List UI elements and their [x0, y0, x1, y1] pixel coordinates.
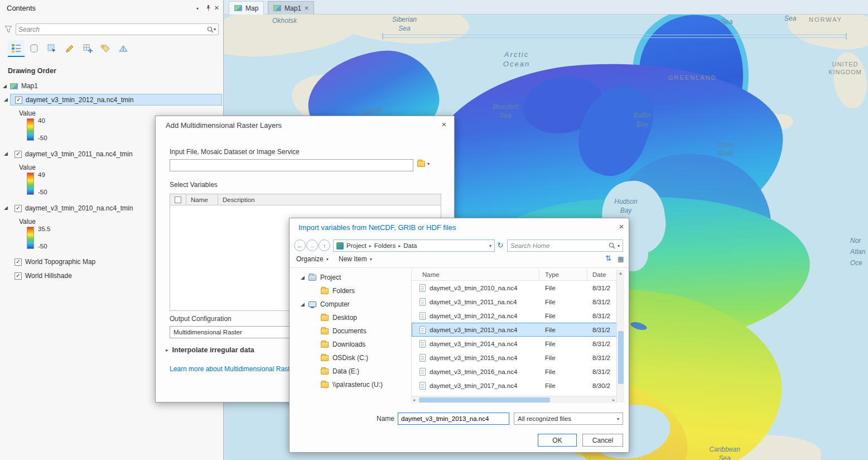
input-file-field[interactable]	[170, 159, 413, 171]
sort-button[interactable]: ⇅	[605, 254, 611, 262]
scroll-left-icon[interactable]: ◂	[413, 398, 415, 402]
refresh-button[interactable]: ↻	[497, 241, 504, 250]
new-item-menu[interactable]: New Item▾	[339, 255, 372, 263]
list-by-labeling-button[interactable]	[79, 40, 96, 57]
layer1-checkbox[interactable]: ✓	[15, 97, 22, 104]
col-type[interactable]: Type	[545, 271, 559, 278]
tree-item-project[interactable]: ◢ Project	[301, 271, 341, 284]
layer-row-2012[interactable]: ✓ daymet_v3_tmin_2012_na.nc4_tmin	[10, 94, 222, 106]
pin-icon[interactable]	[205, 4, 211, 11]
file-row-2012[interactable]: daymet_v3_tmin_2012_na.nc4File8/31/2	[412, 309, 618, 323]
layer2-expand-icon[interactable]: ◢	[4, 151, 8, 156]
layer2-legend-title: Value	[19, 164, 36, 171]
layer-row-2010[interactable]: ✓ daymet_v3_tmin_2010_na.nc4_tmin	[15, 204, 133, 212]
import-search-chevron-icon[interactable]: ▾	[618, 243, 620, 248]
tree-computer-label: Computer	[320, 300, 350, 308]
tree-item-downloads[interactable]: Downloads	[321, 338, 365, 351]
add-raster-close-icon[interactable]: ×	[438, 120, 450, 128]
file-row-2010[interactable]: daymet_v3_tmin_2010_na.nc4File8/31/2	[412, 281, 618, 295]
breadcrumb-data[interactable]: Data	[403, 242, 417, 249]
file-row-2013-selected[interactable]: daymet_v3_tmin_2013_na.nc4File8/31/2	[412, 323, 618, 337]
scroll-right-icon[interactable]: ▸	[613, 398, 615, 402]
up-button[interactable]: ↑	[319, 239, 330, 251]
interpolate-expander[interactable]: ▸ Interpolate irregular data	[166, 346, 254, 354]
search-options-chevron-icon[interactable]: ▾	[214, 27, 216, 32]
list-by-drawing-order-button[interactable]	[8, 40, 25, 57]
tree-item-documents[interactable]: Documents	[321, 325, 367, 337]
hillshade-checkbox[interactable]: ✓	[15, 272, 22, 280]
back-button[interactable]: ←	[294, 239, 306, 251]
tab-map[interactable]: Map	[229, 1, 264, 15]
learn-more-link[interactable]: Learn more about Multidimensional Rast	[170, 365, 290, 373]
tab-close-icon[interactable]: ×	[305, 5, 308, 12]
layer3-label: daymet_v3_tmin_2010_na.nc4_tmin	[25, 204, 133, 212]
tree-item-folders[interactable]: Folders	[321, 285, 355, 297]
map1-tree-item[interactable]: ◢ Map1	[3, 82, 38, 90]
file-row-2016[interactable]: daymet_v3_tmin_2016_na.nc4File8/31/2	[412, 365, 618, 378]
computer-expand-icon[interactable]: ◢	[301, 302, 305, 307]
pane-menu-chevron-icon[interactable]: ▾	[196, 6, 199, 11]
file-row-2014[interactable]: daymet_v3_tmin_2014_na.nc4File8/31/2	[412, 337, 618, 351]
file-row-2011[interactable]: daymet_v3_tmin_2011_na.nc4File8/31/2	[412, 295, 618, 309]
expand-icon[interactable]: ◢	[3, 84, 7, 89]
tree-item-desktop[interactable]: Desktop	[321, 312, 357, 324]
tree-item-data-drive[interactable]: Data (E:)	[321, 365, 359, 377]
import-search-input[interactable]	[510, 242, 609, 249]
layer-row-topographic[interactable]: ✓ World Topographic Map	[15, 258, 95, 266]
organize-menu[interactable]: Organize▾	[296, 255, 329, 263]
organize-label: Organize	[296, 255, 324, 263]
select-all-checkbox[interactable]	[175, 197, 181, 203]
project-expand-icon[interactable]: ◢	[301, 275, 305, 280]
drawing-order-icon	[11, 43, 21, 53]
horizontal-scrollbar[interactable]: ◂ ▸	[411, 396, 616, 403]
map-label-norway: NORWAY	[809, 16, 842, 23]
layer3-checkbox[interactable]: ✓	[15, 205, 22, 212]
file-name-input[interactable]	[398, 413, 509, 425]
list-by-snapping-button[interactable]	[97, 40, 114, 57]
cancel-button[interactable]: Cancel	[582, 434, 623, 447]
list-by-data-source-button[interactable]	[26, 40, 42, 57]
data-drive-folder-icon	[321, 368, 329, 375]
scroll-up-icon[interactable]: ▲	[617, 270, 624, 276]
layer-row-hillshade[interactable]: ✓ World Hillshade	[15, 272, 72, 280]
topographic-checkbox[interactable]: ✓	[15, 258, 22, 266]
layer2-checkbox[interactable]: ✓	[15, 151, 22, 158]
ok-button[interactable]: OK	[538, 434, 577, 447]
tree-item-osdisk[interactable]: OSDisk (C:)	[321, 352, 368, 364]
list-by-selection-button[interactable]	[44, 40, 60, 57]
contents-search-input[interactable]	[18, 26, 207, 33]
file-type-dropdown[interactable]: All recognized files ▾	[514, 413, 623, 425]
col-date[interactable]: Date	[592, 271, 606, 278]
breadcrumb-project[interactable]: Project	[346, 242, 367, 249]
browse-button[interactable]: ▾	[417, 161, 430, 167]
layer3-expand-icon[interactable]: ◢	[4, 205, 8, 210]
filter-icon[interactable]	[4, 26, 12, 33]
breadcrumb-folders[interactable]: Folders	[374, 242, 396, 249]
layer1-expand-icon[interactable]: ◢	[4, 97, 8, 102]
file-row-2015[interactable]: daymet_v3_tmin_2015_na.nc4File8/31/2	[412, 351, 618, 365]
column-view-button[interactable]: ▦	[618, 255, 624, 263]
tree-item-network-drive[interactable]: \\pa\rasteruc (U:)	[321, 378, 383, 391]
forward-button[interactable]: →	[306, 239, 318, 251]
tree-project-label: Project	[320, 274, 341, 281]
view-tab-strip: Map Map1 ×	[224, 0, 868, 15]
vertical-scrollbar[interactable]: ▲	[616, 270, 624, 402]
computer-icon	[308, 301, 316, 307]
tree-item-computer[interactable]: ◢ Computer	[301, 298, 350, 310]
vertical-scroll-thumb[interactable]	[618, 331, 624, 384]
list-by-perspective-button[interactable]	[115, 40, 132, 57]
map-label-siberian-sea: Siberian Sea	[389, 16, 419, 33]
list-by-editing-button[interactable]	[61, 40, 78, 57]
file-list[interactable]: Name Type Date daymet_v3_tmin_2010_na.nc…	[411, 270, 618, 396]
map-label-north-atlantic-1: Nor	[850, 237, 861, 246]
horizontal-scroll-thumb[interactable]	[419, 397, 550, 402]
tab-map1[interactable]: Map1 ×	[268, 1, 314, 15]
layer-row-2011[interactable]: ✓ daymet_v3_tmin_2011_na.nc4_tmin	[15, 150, 133, 158]
file-row-2017[interactable]: daymet_v3_tmin_2017_na.nc4File8/30/2	[412, 378, 618, 392]
breadcrumb-chevron-icon[interactable]: ▾	[489, 243, 491, 248]
import-dialog-close-icon[interactable]: ×	[615, 222, 628, 231]
map1-label: Map1	[21, 82, 38, 90]
col-name[interactable]: Name	[422, 271, 440, 278]
breadcrumb[interactable]: Project ▸ Folders ▸ Data ▾	[333, 239, 495, 252]
pane-close-icon[interactable]: ×	[214, 3, 219, 12]
